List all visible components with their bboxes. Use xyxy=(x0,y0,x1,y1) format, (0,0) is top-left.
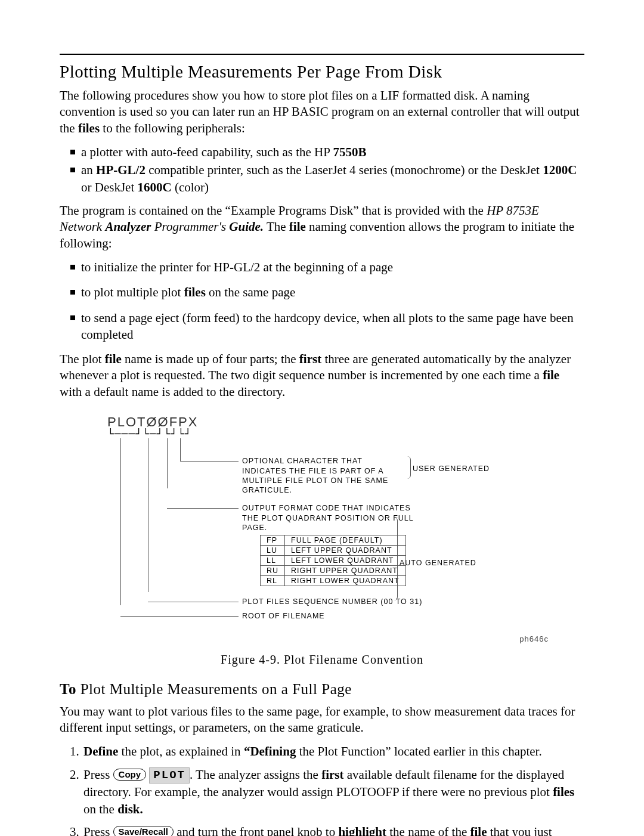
table-cell: LEFT UPPER QUADRANT xyxy=(285,546,406,556)
text-bold: files xyxy=(184,285,206,299)
figure-side-label: AUTO GENERATED xyxy=(400,559,476,567)
brace-icon xyxy=(404,456,411,479)
text: The xyxy=(264,219,289,234)
line xyxy=(148,438,148,592)
figure-side-label: USER GENERATED xyxy=(413,465,490,473)
text: compatible printer, such as the LaserJet… xyxy=(145,163,543,177)
list-item: a plotter with auto-feed capability, suc… xyxy=(70,144,584,160)
figure-row: PLOT FILES SEQUENCE NUMBER (00 TO 31) xyxy=(148,597,561,606)
plotfile-paragraph: The plot file name is made up of four pa… xyxy=(60,351,584,400)
table-cell: FULL PAGE (DEFAULT) xyxy=(285,535,406,546)
subsection-heading: To Plot Multiple Measurements on a Full … xyxy=(60,681,584,698)
text: . The analyzer assigns the xyxy=(190,767,321,782)
text-bold-italic: Analyzer xyxy=(105,219,151,234)
text-bold: file xyxy=(105,352,122,366)
figure-explanations: OPTIONAL CHARACTER THAT INDICATES THE FI… xyxy=(239,438,561,629)
steps-list: Define the plot, as explained in “Defini… xyxy=(60,743,584,836)
text: the name of the xyxy=(386,825,470,836)
step-item: Press Copy PLOT. The analyzer assigns th… xyxy=(82,766,584,818)
step-item: Press Save/Recall and turn the front pan… xyxy=(82,823,584,836)
plot-softkey: PLOT xyxy=(149,767,190,784)
table-cell: LEFT LOWER QUADRANT xyxy=(285,556,406,566)
table-row: FPFULL PAGE (DEFAULT) xyxy=(261,535,406,546)
line xyxy=(120,438,121,605)
list-item: to send a page eject (form feed) to the … xyxy=(70,309,584,343)
figure-row: OUTPUT FORMAT CODE THAT INDICATES THE PL… xyxy=(167,503,561,532)
text: and turn the front panel knob to xyxy=(174,825,338,836)
figure-codes-row: FPFULL PAGE (DEFAULT) LULEFT UPPER QUADR… xyxy=(167,535,561,586)
figure-text: ROOT OF FILENAME xyxy=(242,611,561,621)
section-heading: Plotting Multiple Measurements Per Page … xyxy=(60,62,584,82)
program-paragraph: The program is contained on the “Example… xyxy=(60,203,584,252)
text-bold: first xyxy=(299,352,321,366)
save-recall-key: Save/Recall xyxy=(113,826,174,836)
table-cell: RIGHT LOWER QUADRANT xyxy=(285,576,406,586)
line xyxy=(167,508,239,509)
figure-row: OPTIONAL CHARACTER THAT INDICATES THE FI… xyxy=(180,456,561,495)
figure-4-9: PLOTØØFPX └───┘└─┘└┘└┘ OPTIONAL CHARACTE… xyxy=(60,414,584,643)
text: The plot xyxy=(60,352,105,366)
figure-brackets: └───┘└─┘└┘└┘ xyxy=(107,430,561,438)
table-cell: RU xyxy=(261,566,285,576)
copy-key: Copy xyxy=(113,769,147,781)
text-bold: 1600C xyxy=(137,180,171,194)
text: Press xyxy=(83,767,113,782)
text-bold: file xyxy=(289,219,306,234)
text-bold: “Defining xyxy=(244,744,296,758)
figure-codes-table: FPFULL PAGE (DEFAULT) LULEFT UPPER QUADR… xyxy=(260,535,406,586)
figure-text: OUTPUT FORMAT CODE THAT INDICATES THE PL… xyxy=(242,503,427,532)
figure-row: ROOT OF FILENAME xyxy=(120,611,561,621)
horizontal-rule xyxy=(60,54,584,55)
list-item: an HP-GL/2 compatible printer, such as t… xyxy=(70,162,584,196)
text-bold: file xyxy=(470,825,487,836)
text: on the xyxy=(83,802,117,816)
figure-diagram: OPTIONAL CHARACTER THAT INDICATES THE FI… xyxy=(107,438,561,629)
text: with a default name is added to the dire… xyxy=(60,385,285,399)
brace-icon xyxy=(391,517,398,600)
table-cell: RIGHT UPPER QUADRANT xyxy=(285,566,406,576)
text-bold: 7550B xyxy=(333,145,366,159)
line xyxy=(180,461,239,462)
figure-text: PLOT FILES SEQUENCE NUMBER (00 TO 31) xyxy=(242,597,561,606)
figure-reference: ph646c xyxy=(107,634,561,643)
text-bold-italic: Guide. xyxy=(229,219,264,234)
text: (color) xyxy=(172,180,209,194)
table-row: LULEFT UPPER QUADRANT xyxy=(261,546,406,556)
table-cell: LL xyxy=(261,556,285,566)
figure-caption: Figure 4-9. Plot Filename Convention xyxy=(60,653,584,667)
text: Plot Multiple Measurements on a Full Pag… xyxy=(76,681,352,697)
figure-body: PLOTØØFPX └───┘└─┘└┘└┘ OPTIONAL CHARACTE… xyxy=(107,414,561,643)
table-row: LLLEFT LOWER QUADRANT xyxy=(261,556,406,566)
step-item: Define the plot, as explained in “Defini… xyxy=(82,743,584,760)
text-bold: 1200C xyxy=(543,163,577,177)
text: to initialize the printer for HP-GL/2 at… xyxy=(81,260,393,274)
text: name is made up of four parts; the xyxy=(122,352,299,366)
text: the Plot Function” located earlier in th… xyxy=(296,744,541,758)
figure-text: OPTIONAL CHARACTER THAT INDICATES THE FI… xyxy=(242,456,409,495)
text: The program is contained on the “Example… xyxy=(60,203,487,218)
text-bold: highlight xyxy=(338,825,386,836)
page: Plotting Multiple Measurements Per Page … xyxy=(0,0,644,836)
text: an xyxy=(81,163,96,177)
table-cell: LU xyxy=(261,546,285,556)
line xyxy=(120,616,239,617)
text-bold: To xyxy=(60,681,76,697)
text: to plot multiple plot xyxy=(81,285,184,299)
sub-intro-paragraph: You may want to plot various files to th… xyxy=(60,704,584,736)
intro-paragraph: The following procedures show you how to… xyxy=(60,88,584,137)
text-italic: Programmer's xyxy=(151,219,229,234)
peripherals-list: a plotter with auto-feed capability, suc… xyxy=(60,144,584,196)
line xyxy=(167,438,168,488)
table-cell: RL xyxy=(261,576,285,586)
list-item: to initialize the printer for HP-GL/2 at… xyxy=(70,259,584,275)
text: or DeskJet xyxy=(81,180,137,194)
text-bold: HP-GL/2 xyxy=(96,163,145,177)
table-cell: FP xyxy=(261,535,285,546)
text-bold: disk. xyxy=(117,802,143,816)
table-row: RURIGHT UPPER QUADRANT xyxy=(261,566,406,576)
text: on the same page xyxy=(206,285,295,299)
text-bold: file xyxy=(543,368,559,382)
text: to send a page eject (form feed) to the … xyxy=(81,311,574,342)
table-row: RLRIGHT LOWER QUADRANT xyxy=(261,576,406,586)
text-bold: first xyxy=(321,767,343,782)
